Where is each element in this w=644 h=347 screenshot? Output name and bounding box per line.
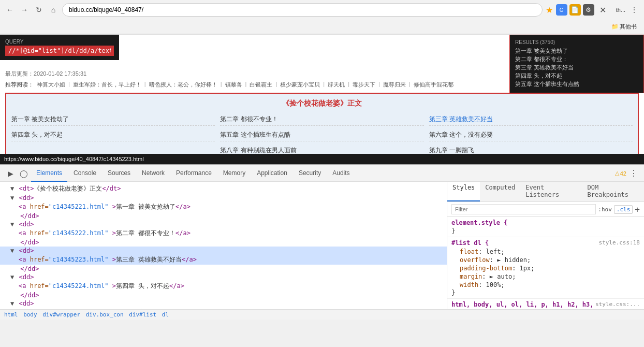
tab-network[interactable]: Network [137, 165, 170, 182]
nav-link-6[interactable]: 权少豪宠小宝贝 [280, 81, 320, 89]
styles-tab-computed[interactable]: Computed [480, 182, 520, 201]
chapter-box-title: 《捡个校花做老婆》正文 [11, 99, 633, 108]
xpath-overlay: QUERY [0, 35, 119, 60]
styles-filter-input[interactable] [451, 204, 596, 214]
page-content-area: QUERY RESULTS (3750) 第一章 被美女抢劫了 第二章 都很不专… [0, 35, 644, 154]
tab-elements[interactable]: Elements [31, 165, 67, 182]
forward-button[interactable]: → [19, 4, 30, 16]
chapter-link-8[interactable]: 第九章 一脚踹飞 [429, 144, 633, 154]
inspect-element-button[interactable]: ▶ [4, 167, 17, 180]
css-selector-html-body: html, body, ul, ol, li, p, h1, h2, h3, [451, 301, 595, 308]
css-rule-element-style: element.style { } [447, 217, 644, 237]
tab-application[interactable]: Application [252, 165, 292, 182]
close-tab-button[interactable]: ✕ [597, 4, 609, 16]
breadcrumb-wrapper[interactable]: div#wrapper [42, 311, 80, 318]
nav-link-1[interactable]: 神算大小姐 [37, 81, 65, 89]
styles-panel: Styles Computed Event Listeners DOM Brea… [447, 182, 644, 309]
css-source-list-dl[interactable]: style.css:18 [599, 239, 640, 248]
css-source-html-body[interactable]: style.css:... [595, 301, 640, 309]
result-item-1: 第一章 被美女抢劫了 [515, 47, 638, 55]
nav-link-9[interactable]: 魔尊归来 [383, 81, 406, 89]
tab-security[interactable]: Security [294, 165, 326, 182]
result-item-2: 第二章 都很不专业： [515, 55, 638, 63]
filter-hov-label[interactable]: :hov [598, 206, 612, 213]
nav-link-10[interactable]: 修仙高手混花都 [414, 81, 453, 89]
chapter-link-2[interactable]: 第三章 英雄救美不好当 [429, 113, 633, 126]
css-selector-list-dl: #list dl { [451, 239, 489, 247]
styles-tab-event-listeners[interactable]: Event Listeners [520, 182, 582, 201]
back-button[interactable]: ← [4, 4, 16, 16]
tab-console[interactable]: Console [68, 165, 101, 182]
styles-tab-dom-breakpoints[interactable]: DOM Breakpoints [582, 182, 644, 201]
nav-link-3[interactable]: 嗜色撩人：老公，你好棒！ [149, 81, 217, 89]
chapter-link-7[interactable]: 第八章 有种别跪在男人面前 [220, 144, 423, 154]
html-line-a3: <a href="c14345223.html" >第三章 英雄救美不好当</a… [0, 255, 447, 265]
reload-button[interactable]: ↻ [33, 4, 45, 16]
html-tree-panel[interactable]: ▼ <dt>《捡个校花做老婆》正文</dt> ▼ <dd> <a href="c… [0, 182, 447, 309]
devtools-menu-button[interactable]: ⋮ [627, 167, 640, 180]
bookmark-star-icon[interactable]: ★ [546, 5, 553, 15]
home-button[interactable]: ⌂ [48, 4, 59, 16]
results-overlay: RESULTS (3750) 第一章 被美女抢劫了 第二章 都很不专业： 第三章… [509, 35, 644, 93]
status-url: https://www.biduo.cc/biquge/40_40847/c14… [4, 156, 144, 162]
device-toolbar-button[interactable]: ◯ [18, 167, 30, 180]
bookmarks-bar: 📁 其他书 [0, 20, 644, 34]
tab-sources[interactable]: Sources [103, 165, 136, 182]
breadcrumb-box-con[interactable]: div.box_con [86, 311, 124, 318]
html-line-a4: <a href="c14345224.html" >第四章 头，对不起</a> [0, 281, 447, 291]
results-label: RESULTS (3750) [515, 39, 638, 45]
devtools-panel: ▶ ◯ Elements Console Sources Network Per… [0, 164, 644, 320]
html-line-dd5: ▼ <dd> [0, 299, 447, 308]
warning-icon: △ [615, 170, 619, 177]
styles-panel-tabs: Styles Computed Event Listeners DOM Brea… [447, 182, 644, 202]
html-line-dd4-close: </dd> [0, 291, 447, 299]
breadcrumb-dl[interactable]: dl [162, 311, 169, 318]
filter-cls-label[interactable]: .cls [614, 205, 633, 214]
html-line-a1: <a href="c14345221.html" >第一章 被美女抢劫了</a> [0, 202, 447, 212]
chapter-link-3[interactable]: 第四章 头，对不起 [11, 129, 215, 141]
css-prop-width: width: 100%; [451, 281, 640, 289]
address-bar[interactable] [62, 3, 543, 17]
html-line-dt: ▼ <dt>《捡个校花做老婆》正文</dt> [0, 184, 447, 194]
chapter-link-1[interactable]: 第二章 都很不专业！ [220, 113, 423, 126]
nav-link-7[interactable]: 辟天机 [328, 81, 345, 89]
chapter-box: 《捡个校花做老婆》正文 第一章 被美女抢劫了 第二章 都很不专业！ 第三章 英雄… [5, 93, 639, 154]
extension-icon-1[interactable]: G [556, 4, 567, 16]
nav-link-2[interactable]: 重生军婚：首长，早上好！ [73, 81, 141, 89]
nav-link-8[interactable]: 毒步天下 [353, 81, 375, 89]
xpath-query-input[interactable] [5, 46, 114, 56]
html-line-dd3: ▼ <dd> [0, 247, 447, 255]
filter-add-button[interactable]: + [635, 205, 640, 214]
css-prop-margin: margin: ► auto; [451, 272, 640, 281]
folder-icon: 📁 [611, 23, 619, 30]
tab-performance[interactable]: Performance [171, 165, 217, 182]
tab-memory[interactable]: Memory [218, 165, 251, 182]
chapter-link-0[interactable]: 第一章 被美女抢劫了 [11, 113, 215, 126]
status-bar: https://www.biduo.cc/biquge/40_40847/c14… [0, 154, 644, 164]
extension-icon-3[interactable]: ⚙ [583, 4, 594, 16]
devtools-body: ▼ <dt>《捡个校花做老婆》正文</dt> ▼ <dd> <a href="c… [0, 182, 644, 309]
breadcrumb-list[interactable]: div#list [129, 311, 156, 318]
bookmark-label: th... [616, 7, 625, 13]
chapter-link-5[interactable]: 第六章 这个，没有必要 [429, 129, 633, 141]
css-rule-close-2: } [451, 289, 640, 296]
tab-audits[interactable]: Audits [327, 165, 355, 182]
warning-count: 42 [620, 170, 626, 177]
menu-button[interactable]: ⋮ [628, 4, 640, 16]
css-rule-html-body: html, body, ul, ol, li, p, h1, h2, h3, h… [447, 299, 644, 309]
html-line-dd1-close: </dd> [0, 212, 447, 220]
css-prop-padding-bottom: padding-bottom: 1px; [451, 264, 640, 272]
result-item-5: 第五章 这个插班生有点酷 [515, 80, 638, 88]
chapter-grid: 第一章 被美女抢劫了 第二章 都很不专业！ 第三章 英雄救美不好当 第四章 头，… [11, 113, 633, 154]
breadcrumb-body[interactable]: body [23, 311, 37, 318]
nav-link-4[interactable]: 镇藜兽 [225, 81, 242, 89]
nav-link-5[interactable]: 白银霸主 [250, 81, 272, 89]
extension-icon-2[interactable]: 📄 [569, 4, 581, 16]
html-line-dd2: ▼ <dd> [0, 220, 447, 228]
html-line-dd1: ▼ <dd> [0, 194, 447, 202]
other-bookmarks[interactable]: 📁 其他书 [608, 22, 640, 32]
breadcrumb-html[interactable]: html [4, 311, 18, 318]
styles-tab-styles[interactable]: Styles [447, 182, 480, 201]
css-selector-element-style: element.style { [451, 219, 640, 226]
chapter-link-4[interactable]: 第五章 这个插班生有点酷 [220, 129, 423, 141]
